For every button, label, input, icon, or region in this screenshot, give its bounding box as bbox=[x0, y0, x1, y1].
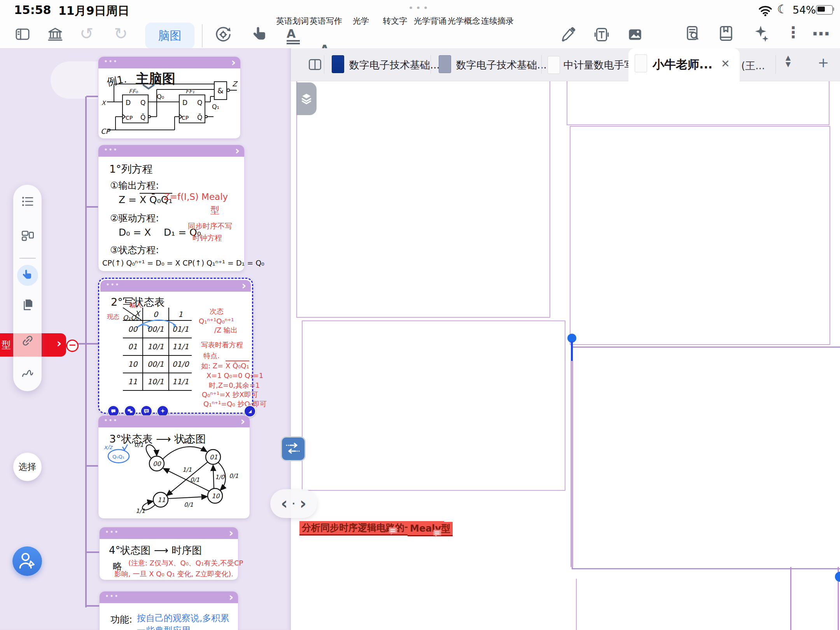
node-dots-icon: ••• bbox=[104, 146, 118, 154]
tab-thumbnail bbox=[439, 55, 451, 73]
svg-text:CP: CP bbox=[126, 115, 133, 121]
svg-text:Q₀Q₁: Q₀Q₁ bbox=[112, 454, 124, 460]
red-node-label: 型 bbox=[2, 339, 11, 351]
node-expand-icon[interactable]: › bbox=[231, 56, 236, 69]
tab-close-icon[interactable]: ✕ bbox=[721, 58, 730, 70]
node-title: 1°列方程 bbox=[109, 162, 153, 176]
split-view-icon[interactable] bbox=[306, 57, 324, 72]
comment-icon[interactable] bbox=[388, 527, 398, 536]
app-window: 15:58 11月9日周日 ☾ 54% ↺ ↻ 脑图 ••• 英语划词 A bbox=[0, 0, 840, 630]
tab-document-active[interactable]: 小牛老师... ✕ bbox=[628, 48, 740, 81]
table-cell: 00/1 bbox=[143, 360, 168, 368]
table-cell: 11/1 bbox=[169, 342, 192, 351]
image-icon[interactable] bbox=[626, 26, 644, 44]
nav-forward-icon[interactable]: › bbox=[299, 495, 306, 512]
copy-pages-icon[interactable] bbox=[20, 298, 35, 312]
sync-note-2: 时钟方程 bbox=[192, 233, 222, 243]
mindmap-node-function[interactable]: ••• › 功能: 按自己的观察说,多积累一些典型应用 bbox=[99, 591, 238, 630]
excerpt-region[interactable] bbox=[570, 126, 830, 345]
svg-text:0/1: 0/1 bbox=[229, 472, 238, 480]
tab-thumbnail bbox=[332, 55, 344, 73]
svg-text:01: 01 bbox=[210, 453, 217, 461]
tab-add-icon[interactable]: ＋ bbox=[815, 51, 831, 73]
outline-list-icon[interactable] bbox=[20, 194, 35, 209]
layout-cards-icon[interactable] bbox=[20, 228, 35, 243]
mindmap-node-equations[interactable]: ••• › 1°列方程 ①输出方程: Z = X Q̄₀Q₁ Z=f(I,S) … bbox=[98, 145, 245, 271]
wifi-icon bbox=[758, 5, 773, 16]
document-search-icon[interactable] bbox=[683, 24, 702, 43]
battery-percent: 54% bbox=[793, 4, 816, 16]
ai-sparkle-icon[interactable] bbox=[751, 24, 770, 43]
node-expand-icon[interactable]: › bbox=[229, 591, 233, 604]
collapse-minus-icon[interactable]: − bbox=[66, 340, 79, 352]
excerpt-region[interactable] bbox=[302, 320, 565, 491]
scribble-icon[interactable] bbox=[20, 366, 35, 381]
select-button[interactable]: 选择 bbox=[13, 453, 42, 481]
svg-text:Q̄: Q̄ bbox=[140, 113, 145, 121]
tab-document-2[interactable]: 数字电子技术基础... bbox=[432, 48, 541, 81]
selection-handle-dot[interactable] bbox=[835, 572, 840, 582]
mindmap-node-timing[interactable]: ••• › 4°状态图 ⟶ 时序图 略 (注意: Z仅与X、Q₀、Q₁有关,不受… bbox=[99, 527, 238, 580]
hand-tool-selected[interactable] bbox=[17, 265, 38, 286]
sync-settings-icon[interactable] bbox=[214, 25, 233, 44]
layers-icon bbox=[299, 91, 313, 107]
tab-sort-icon[interactable]: ▲▼ bbox=[786, 54, 791, 68]
library-icon[interactable] bbox=[47, 26, 64, 43]
toolbar-handle[interactable]: ••• bbox=[408, 3, 430, 13]
hand-tool-icon[interactable] bbox=[251, 25, 270, 44]
text-highlight[interactable]: Mealy型 bbox=[408, 522, 453, 536]
node-title: 4°状态图 ⟶ 时序图 bbox=[109, 544, 202, 557]
node-expand-icon[interactable]: › bbox=[229, 527, 233, 539]
tab-thumbnail bbox=[548, 56, 560, 74]
annotation: Q₁ⁿ⁺¹=Q₀ 抄Q₀即可 bbox=[203, 399, 267, 409]
step-state-eq: ③状态方程: bbox=[110, 244, 159, 256]
state-equation: CP(↑) Q₀ⁿ⁺¹ = D₀ = X CP(↑) Q₁ⁿ⁺¹ = D₁ = … bbox=[102, 259, 264, 267]
tab-title-active: 小牛老师... bbox=[653, 57, 712, 73]
undo-icon[interactable]: ↺ bbox=[80, 24, 93, 43]
mindmap-mode-button[interactable]: 脑图 bbox=[145, 23, 194, 49]
red-node-expand-icon[interactable]: › bbox=[57, 336, 61, 350]
sidebar-toggle-icon[interactable] bbox=[14, 26, 31, 43]
assistant-button[interactable] bbox=[12, 546, 42, 576]
node-header[interactable]: ••• › bbox=[98, 416, 250, 427]
node-header[interactable]: ••• › bbox=[100, 280, 251, 292]
layers-button[interactable] bbox=[296, 82, 317, 115]
link-icon[interactable] bbox=[20, 333, 35, 348]
node-header[interactable]: ••• › bbox=[100, 592, 238, 603]
redo-icon[interactable]: ↻ bbox=[114, 24, 128, 43]
svg-text:&: & bbox=[217, 86, 224, 95]
svg-text:FF₀: FF₀ bbox=[129, 88, 138, 95]
mindmap-node-state-table[interactable]: ••• › 2°写状态表 输入 X 现态 Q₁Q₀ 0 1 00 00/1 01… bbox=[98, 278, 253, 414]
pen-icon[interactable] bbox=[559, 26, 577, 44]
annotation: 特点. bbox=[203, 351, 220, 360]
node-expand-icon[interactable]: › bbox=[242, 279, 246, 292]
swap-direction-button[interactable] bbox=[281, 436, 306, 461]
table-cell: 00/1 bbox=[143, 325, 168, 333]
excerpt-region[interactable] bbox=[572, 346, 840, 569]
node-expand-icon[interactable]: › bbox=[240, 415, 245, 428]
node-header[interactable]: ••• › bbox=[98, 145, 244, 157]
tab-document-1[interactable]: 数字电子技术基础... bbox=[326, 48, 430, 81]
status-date: 11月9日周日 bbox=[58, 3, 130, 19]
excerpt-edge-line bbox=[790, 567, 791, 630]
annotation: Q₁ⁿ⁺¹Q₀ⁿ⁺¹ bbox=[199, 317, 234, 325]
node-header[interactable]: ••• › bbox=[100, 527, 238, 539]
tab-title-partial[interactable]: (王... bbox=[741, 59, 765, 73]
more-vertical-icon[interactable]: ⋮ bbox=[786, 23, 801, 41]
tab-document-3[interactable]: 中计量数电手写 bbox=[543, 48, 628, 81]
more-horizontal-icon[interactable]: … bbox=[812, 19, 830, 40]
textbox-icon[interactable] bbox=[593, 26, 611, 44]
mindmap-node-main[interactable]: ••• › 例1. 主脑图 X FF₀ D Q CP Q̄ Q₀ FF₁ D Q bbox=[98, 56, 241, 139]
nav-back-icon[interactable]: ‹ bbox=[281, 495, 287, 512]
node-expand-icon[interactable]: › bbox=[235, 144, 240, 157]
excerpt-region[interactable] bbox=[296, 66, 550, 318]
mindmap-node-state-diagram[interactable]: ••• › 3°状态表 ⟶ 状态图 x/z Q₀Q₁ 00 01 10 11 0… bbox=[98, 415, 250, 519]
tab-title: 数字电子技术基础... bbox=[456, 58, 547, 72]
comment-icon[interactable] bbox=[432, 529, 443, 538]
node-header[interactable]: ••• › bbox=[98, 57, 240, 68]
bookmark-book-icon[interactable] bbox=[717, 24, 735, 43]
status-time: 15:58 bbox=[14, 3, 51, 17]
node-dots-icon: ••• bbox=[104, 416, 118, 424]
table-cell: 01/0 bbox=[169, 360, 192, 368]
node-dots-icon: ••• bbox=[105, 592, 119, 600]
